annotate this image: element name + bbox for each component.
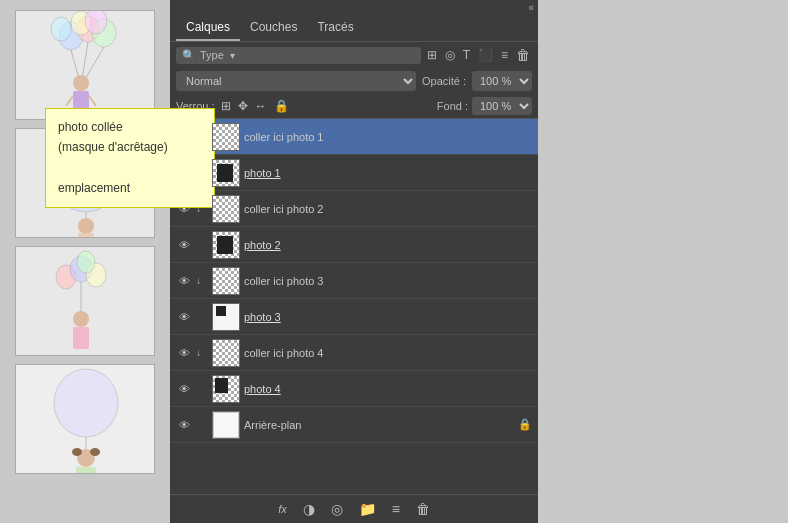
layer-item-9[interactable]: 👁 ↓ Arrière-plan 🔒 — [170, 407, 538, 443]
callout-line1: photo collée — [58, 120, 123, 134]
new-layer-icon[interactable]: ≡ — [388, 499, 404, 519]
adjustment-icon[interactable]: ⬛ — [476, 47, 495, 63]
fill-select[interactable]: 100 % — [472, 97, 532, 115]
layer-thumb-8 — [212, 375, 240, 403]
layer-thumb-6 — [212, 303, 240, 331]
tab-couches[interactable]: Couches — [240, 15, 307, 41]
layer-name-4: photo 2 — [244, 239, 532, 251]
delete-icon[interactable]: 🗑 — [514, 46, 532, 64]
layers-list: 👁 ↓ coller ici photo 1 👁 ↓ photo 1 👁 ↓ — [170, 119, 538, 494]
layer-item-7[interactable]: 👁 ↓ coller ici photo 4 — [170, 335, 538, 371]
lock-all-icon[interactable]: 🔒 — [272, 98, 291, 114]
layer-item-8[interactable]: 👁 ↓ photo 4 — [170, 371, 538, 407]
layer-item-2[interactable]: 👁 ↓ photo 1 — [170, 155, 538, 191]
opacity-select[interactable]: 100 % — [472, 71, 532, 91]
annotation-area: photo collée (masque d'acrêtage) emplace… — [0, 0, 250, 523]
layer-item-5[interactable]: 👁 ↓ coller ici photo 3 — [170, 263, 538, 299]
fx-icon[interactable]: fx — [274, 501, 291, 517]
layer-lock-icon: 🔒 — [518, 418, 532, 431]
layer-item-1[interactable]: 👁 ↓ coller ici photo 1 — [170, 119, 538, 155]
panel-toolbar-icons: ⊞ ◎ T ⬛ ≡ 🗑 — [425, 46, 532, 64]
layer-thumb-9 — [212, 411, 240, 439]
layer-item-6[interactable]: 👁 ↓ photo 3 — [170, 299, 538, 335]
layer-name-6: photo 3 — [244, 311, 532, 323]
layer-name-2: photo 1 — [244, 167, 532, 179]
panel-collapse-icon[interactable]: « — [528, 2, 534, 13]
filter-icon[interactable]: ≡ — [499, 47, 510, 63]
layer-item-3[interactable]: 👁 ↓ coller ici photo 2 — [170, 191, 538, 227]
layer-thumb-4 — [212, 231, 240, 259]
adjustment-layer-icon[interactable]: ◎ — [327, 499, 347, 519]
opacity-label: Opacité : — [422, 75, 466, 87]
delete-layer-icon[interactable]: 🗑 — [412, 499, 434, 519]
new-layer-group-icon[interactable]: ⊞ — [425, 47, 439, 63]
layer-style-icon[interactable]: ◎ — [443, 47, 457, 63]
layer-thumb-7 — [212, 339, 240, 367]
add-mask-icon[interactable]: ◑ — [299, 499, 319, 519]
layer-item-4[interactable]: 👁 ↓ photo 2 — [170, 227, 538, 263]
layer-thumb-2 — [212, 159, 240, 187]
layer-name-1: coller ici photo 1 — [244, 131, 532, 143]
layer-thumb-3 — [212, 195, 240, 223]
annotation-callout: photo collée (masque d'acrêtage) emplace… — [45, 108, 215, 208]
layer-name-3: coller ici photo 2 — [244, 203, 532, 215]
layer-thumb-5 — [212, 267, 240, 295]
callout-line2: (masque d'acrêtage) — [58, 140, 168, 154]
fill-label: Fond : — [437, 100, 468, 112]
new-group-icon[interactable]: 📁 — [355, 499, 380, 519]
layer-name-7: coller ici photo 4 — [244, 347, 532, 359]
text-icon[interactable]: T — [461, 47, 472, 63]
layer-name-5: coller ici photo 3 — [244, 275, 532, 287]
layer-name-8: photo 4 — [244, 383, 532, 395]
lock-icons: ⊞ ✥ ↔ 🔒 — [219, 98, 433, 114]
layer-thumb-1 — [212, 123, 240, 151]
lock-position-icon[interactable]: ↔ — [253, 98, 269, 114]
layer-name-9: Arrière-plan — [244, 419, 514, 431]
tab-traces[interactable]: Tracés — [307, 15, 363, 41]
callout-line4: emplacement — [58, 181, 130, 195]
